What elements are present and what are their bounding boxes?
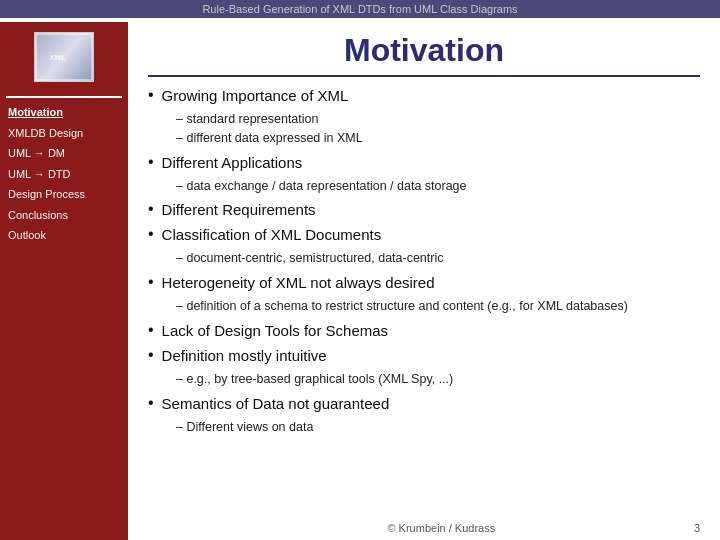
bullet-text-4: Classification of XML Documents: [162, 224, 382, 245]
bullet-text-3: Different Requirements: [162, 199, 316, 220]
top-bar: Rule-Based Generation of XML DTDs from U…: [0, 0, 720, 18]
bullet-2: • Different Applications: [148, 152, 700, 173]
bullet-dot-1: •: [148, 85, 154, 106]
sub-bullet-1-2: different data expressed in XML: [176, 129, 700, 148]
sidebar-item-uml-dtd[interactable]: UML → DTD: [0, 164, 128, 185]
sidebar: Motivation XMLDB Design UML → DM UML → D…: [0, 22, 128, 540]
main-content: Motivation • Growing Importance of XML s…: [128, 22, 720, 540]
bullet-dot-4: •: [148, 224, 154, 245]
bullet-dot-8: •: [148, 393, 154, 414]
bullet-8: • Semantics of Data not guaranteed: [148, 393, 700, 414]
bullet-5: • Heterogeneity of XML not always desire…: [148, 272, 700, 293]
bullet-text-1: Growing Importance of XML: [162, 85, 349, 106]
sidebar-item-motivation[interactable]: Motivation: [0, 102, 128, 123]
footer: © Krumbein / Kudrass 3: [387, 522, 700, 534]
sub-bullet-7-1: e.g., by tree-based graphical tools (XML…: [176, 370, 700, 389]
sub-bullets-7: e.g., by tree-based graphical tools (XML…: [176, 370, 700, 389]
slide-title: Motivation: [148, 32, 700, 77]
sidebar-item-outlook[interactable]: Outlook: [0, 225, 128, 246]
sidebar-item-design-process[interactable]: Design Process: [0, 184, 128, 205]
sidebar-item-conclusions[interactable]: Conclusions: [0, 205, 128, 226]
sidebar-divider: [6, 96, 121, 98]
sub-bullets-5: definition of a schema to restrict struc…: [176, 297, 700, 316]
bullet-text-8: Semantics of Data not guaranteed: [162, 393, 390, 414]
bullet-6: • Lack of Design Tools for Schemas: [148, 320, 700, 341]
bullet-text-6: Lack of Design Tools for Schemas: [162, 320, 389, 341]
sub-bullet-2-1: data exchange / data representation / da…: [176, 177, 700, 196]
sub-bullets-1: standard representation different data e…: [176, 110, 700, 148]
content-area: • Growing Importance of XML standard rep…: [148, 85, 700, 436]
bullet-text-7: Definition mostly intuitive: [162, 345, 327, 366]
top-bar-title: Rule-Based Generation of XML DTDs from U…: [202, 3, 517, 15]
sub-bullets-4: document-centric, semistructured, data-c…: [176, 249, 700, 268]
sub-bullets-8: Different views on data: [176, 418, 700, 437]
sub-bullets-2: data exchange / data representation / da…: [176, 177, 700, 196]
sub-bullet-1-1: standard representation: [176, 110, 700, 129]
sub-bullet-5-1: definition of a schema to restrict struc…: [176, 297, 700, 316]
bullet-dot-5: •: [148, 272, 154, 293]
bullet-1: • Growing Importance of XML: [148, 85, 700, 106]
sidebar-item-xmldb[interactable]: XMLDB Design: [0, 123, 128, 144]
bullet-dot-3: •: [148, 199, 154, 220]
bullet-4: • Classification of XML Documents: [148, 224, 700, 245]
footer-text: © Krumbein / Kudrass: [387, 522, 495, 534]
sub-bullet-4-1: document-centric, semistructured, data-c…: [176, 249, 700, 268]
bullet-dot-7: •: [148, 345, 154, 366]
bullet-7: • Definition mostly intuitive: [148, 345, 700, 366]
logo-image: [34, 32, 94, 82]
page-number: 3: [694, 522, 700, 534]
bullet-dot-6: •: [148, 320, 154, 341]
bullet-text-2: Different Applications: [162, 152, 303, 173]
sub-bullet-8-1: Different views on data: [176, 418, 700, 437]
bullet-3: • Different Requirements: [148, 199, 700, 220]
bullet-text-5: Heterogeneity of XML not always desired: [162, 272, 435, 293]
sidebar-item-uml-dm[interactable]: UML → DM: [0, 143, 128, 164]
bullet-dot-2: •: [148, 152, 154, 173]
